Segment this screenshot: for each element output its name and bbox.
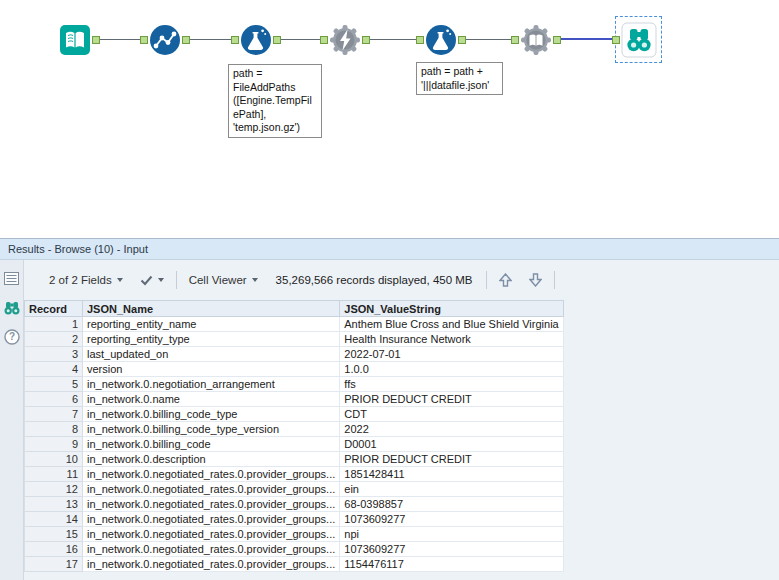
tool-formula-2[interactable] — [425, 24, 457, 56]
table-row[interactable]: 15in_network.0.negotiated_rates.0.provid… — [25, 527, 564, 542]
json-value-cell[interactable]: PRIOR DEDUCT CREDIT — [340, 452, 563, 467]
tool-parse[interactable] — [520, 24, 552, 56]
table-row[interactable]: 8in_network.0.billing_code_type_version2… — [25, 422, 564, 437]
connection-wire[interactable] — [466, 39, 511, 40]
record-number-cell[interactable]: 8 — [25, 422, 83, 437]
json-value-cell[interactable]: 1851428411 — [340, 467, 563, 482]
help-icon[interactable]: ? — [3, 328, 20, 345]
record-number-cell[interactable]: 4 — [25, 362, 83, 377]
input-anchor[interactable] — [140, 36, 148, 44]
connection-wire[interactable] — [190, 39, 231, 40]
column-header-json-valuestring[interactable]: JSON_ValueString — [340, 301, 563, 317]
tool-annotation[interactable]: path = FileAddPaths ([Engine.TempFil ePa… — [228, 64, 322, 138]
table-row[interactable]: 12in_network.0.negotiated_rates.0.provid… — [25, 482, 564, 497]
json-value-cell[interactable]: Health Insurance Network — [340, 332, 563, 347]
json-name-cell[interactable]: in_network.0.negotiation_arrangement — [83, 377, 340, 392]
input-anchor[interactable] — [612, 36, 620, 44]
json-value-cell[interactable]: 1154476117 — [340, 557, 563, 572]
cell-viewer-dropdown[interactable]: Cell Viewer — [184, 271, 263, 289]
browse-tab-binoculars-icon[interactable] — [3, 299, 20, 316]
json-value-cell[interactable]: 1073609277 — [340, 542, 563, 557]
json-name-cell[interactable]: version — [83, 362, 340, 377]
record-number-cell[interactable]: 3 — [25, 347, 83, 362]
table-row[interactable]: 11in_network.0.negotiated_rates.0.provid… — [25, 467, 564, 482]
json-value-cell[interactable]: 68-0398857 — [340, 497, 563, 512]
record-number-cell[interactable]: 15 — [25, 527, 83, 542]
table-row[interactable]: 14in_network.0.negotiated_rates.0.provid… — [25, 512, 564, 527]
json-value-cell[interactable]: PRIOR DEDUCT CREDIT — [340, 392, 563, 407]
record-number-cell[interactable]: 6 — [25, 392, 83, 407]
apply-check-dropdown[interactable] — [135, 272, 169, 289]
record-number-cell[interactable]: 7 — [25, 407, 83, 422]
json-name-cell[interactable]: last_updated_on — [83, 347, 340, 362]
json-name-cell[interactable]: in_network.0.billing_code_type — [83, 407, 340, 422]
table-row[interactable]: 1reporting_entity_nameAnthem Blue Cross … — [25, 317, 564, 332]
column-header-json-name[interactable]: JSON_Name — [83, 301, 340, 317]
output-anchor[interactable] — [553, 36, 561, 44]
record-number-cell[interactable]: 16 — [25, 542, 83, 557]
output-anchor[interactable] — [458, 36, 466, 44]
record-number-cell[interactable]: 10 — [25, 452, 83, 467]
record-number-cell[interactable]: 12 — [25, 482, 83, 497]
output-anchor[interactable] — [182, 36, 190, 44]
json-value-cell[interactable]: ffs — [340, 377, 563, 392]
input-anchor[interactable] — [511, 36, 519, 44]
config-list-icon[interactable] — [3, 270, 20, 287]
record-number-cell[interactable]: 11 — [25, 467, 83, 482]
record-number-cell[interactable]: 17 — [25, 557, 83, 572]
json-name-cell[interactable]: in_network.0.negotiated_rates.0.provider… — [83, 482, 340, 497]
json-value-cell[interactable]: npi — [340, 527, 563, 542]
output-anchor[interactable] — [273, 36, 281, 44]
json-name-cell[interactable]: in_network.0.negotiated_rates.0.provider… — [83, 497, 340, 512]
table-row[interactable]: 9in_network.0.billing_codeD0001 — [25, 437, 564, 452]
json-name-cell[interactable]: in_network.0.negotiated_rates.0.provider… — [83, 512, 340, 527]
connection-wire[interactable] — [370, 39, 416, 40]
tool-line-dots[interactable] — [149, 24, 181, 56]
json-value-cell[interactable]: 1.0.0 — [340, 362, 563, 377]
json-value-cell[interactable]: ein — [340, 482, 563, 497]
tool-annotation[interactable]: path = path + '|||datafile.json' — [416, 62, 503, 95]
input-anchor[interactable] — [320, 36, 328, 44]
table-row[interactable]: 16in_network.0.negotiated_rates.0.provid… — [25, 542, 564, 557]
tool-formula-1[interactable] — [240, 24, 272, 56]
table-row[interactable]: 6in_network.0.namePRIOR DEDUCT CREDIT — [25, 392, 564, 407]
json-name-cell[interactable]: in_network.0.negotiated_rates.0.provider… — [83, 527, 340, 542]
fields-selector-dropdown[interactable]: 2 of 2 Fields — [44, 271, 128, 289]
output-anchor[interactable] — [362, 36, 370, 44]
input-anchor[interactable] — [416, 36, 424, 44]
json-name-cell[interactable]: reporting_entity_name — [83, 317, 340, 332]
table-row[interactable]: 5in_network.0.negotiation_arrangementffs — [25, 377, 564, 392]
tool-input-data[interactable] — [59, 24, 91, 56]
json-name-cell[interactable]: in_network.0.name — [83, 392, 340, 407]
json-name-cell[interactable]: in_network.0.negotiated_rates.0.provider… — [83, 542, 340, 557]
output-anchor[interactable] — [92, 36, 100, 44]
column-header-record[interactable]: Record — [25, 301, 83, 317]
record-number-cell[interactable]: 2 — [25, 332, 83, 347]
record-number-cell[interactable]: 1 — [25, 317, 83, 332]
table-row[interactable]: 10in_network.0.descriptionPRIOR DEDUCT C… — [25, 452, 564, 467]
json-value-cell[interactable]: CDT — [340, 407, 563, 422]
table-row[interactable]: 13in_network.0.negotiated_rates.0.provid… — [25, 497, 564, 512]
scroll-up-button[interactable] — [494, 273, 517, 287]
json-name-cell[interactable]: in_network.0.billing_code — [83, 437, 340, 452]
table-row[interactable]: 4version1.0.0 — [25, 362, 564, 377]
connection-wire[interactable] — [281, 39, 320, 40]
workflow-canvas[interactable]: path = FileAddPaths ([Engine.TempFil ePa… — [0, 0, 779, 238]
table-row[interactable]: 3last_updated_on2022-07-01 — [25, 347, 564, 362]
record-number-cell[interactable]: 9 — [25, 437, 83, 452]
json-name-cell[interactable]: reporting_entity_type — [83, 332, 340, 347]
json-value-cell[interactable]: 1073609277 — [340, 512, 563, 527]
table-row[interactable]: 17in_network.0.negotiated_rates.0.provid… — [25, 557, 564, 572]
table-row[interactable]: 2reporting_entity_typeHealth Insurance N… — [25, 332, 564, 347]
record-number-cell[interactable]: 5 — [25, 377, 83, 392]
table-row[interactable]: 7in_network.0.billing_code_typeCDT — [25, 407, 564, 422]
json-value-cell[interactable]: Anthem Blue Cross and Blue Shield Virgin… — [340, 317, 563, 332]
scroll-down-button[interactable] — [524, 273, 547, 287]
record-number-cell[interactable]: 14 — [25, 512, 83, 527]
input-anchor[interactable] — [231, 36, 239, 44]
json-name-cell[interactable]: in_network.0.negotiated_rates.0.provider… — [83, 557, 340, 572]
tool-browse[interactable] — [621, 22, 657, 58]
json-value-cell[interactable]: 2022 — [340, 422, 563, 437]
tool-run-command[interactable] — [329, 24, 361, 56]
json-value-cell[interactable]: 2022-07-01 — [340, 347, 563, 362]
